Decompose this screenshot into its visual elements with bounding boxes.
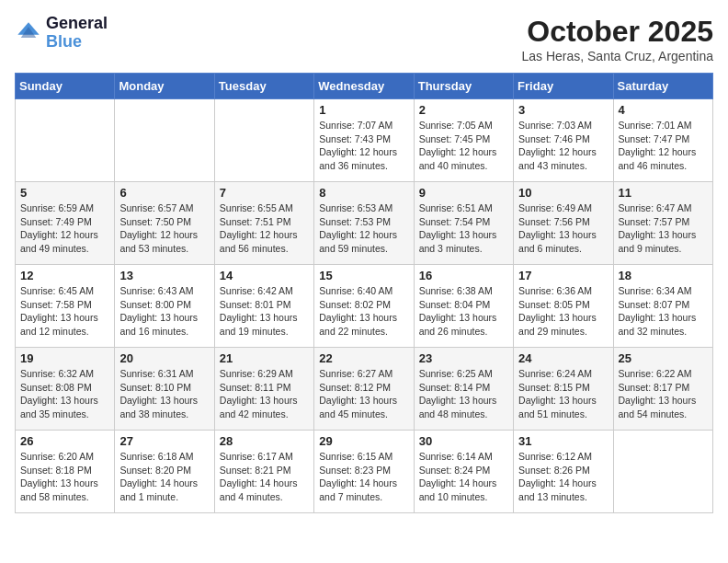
day-number: 12 bbox=[20, 269, 109, 282]
day-number: 13 bbox=[119, 269, 209, 282]
day-number: 29 bbox=[319, 434, 408, 448]
day-number: 8 bbox=[319, 186, 408, 200]
day-info: Sunrise: 7:05 AMSunset: 7:45 PMDaylight:… bbox=[419, 119, 508, 173]
day-number: 15 bbox=[319, 269, 408, 282]
day-info: Sunrise: 6:34 AMSunset: 8:07 PMDaylight:… bbox=[619, 284, 708, 339]
calendar-cell: 7Sunrise: 6:55 AMSunset: 7:51 PMDaylight… bbox=[214, 182, 313, 265]
weekday-header-tuesday: Tuesday bbox=[214, 74, 313, 99]
calendar-cell: 9Sunrise: 6:51 AMSunset: 7:54 PMDaylight… bbox=[414, 182, 513, 265]
calendar-cell: 15Sunrise: 6:40 AMSunset: 8:02 PMDayligh… bbox=[314, 265, 414, 348]
day-number: 3 bbox=[518, 103, 608, 117]
calendar-cell: 3Sunrise: 7:03 AMSunset: 7:46 PMDaylight… bbox=[514, 99, 613, 182]
day-number: 24 bbox=[518, 351, 608, 365]
calendar-cell: 26Sunrise: 6:20 AMSunset: 8:18 PMDayligh… bbox=[16, 431, 115, 513]
calendar-cell: 24Sunrise: 6:24 AMSunset: 8:15 PMDayligh… bbox=[514, 348, 613, 431]
calendar-week-row: 19Sunrise: 6:32 AMSunset: 8:08 PMDayligh… bbox=[16, 348, 713, 431]
calendar-cell: 22Sunrise: 6:27 AMSunset: 8:12 PMDayligh… bbox=[314, 348, 414, 431]
day-info: Sunrise: 7:07 AMSunset: 7:43 PMDaylight:… bbox=[319, 119, 408, 173]
day-info: Sunrise: 6:36 AMSunset: 8:05 PMDaylight:… bbox=[518, 284, 608, 339]
calendar-table: SundayMondayTuesdayWednesdayThursdayFrid… bbox=[15, 73, 713, 513]
calendar-cell: 19Sunrise: 6:32 AMSunset: 8:08 PMDayligh… bbox=[16, 348, 115, 431]
day-info: Sunrise: 6:18 AMSunset: 8:20 PMDaylight:… bbox=[119, 450, 209, 504]
day-info: Sunrise: 6:29 AMSunset: 8:11 PMDaylight:… bbox=[220, 367, 309, 421]
calendar-cell: 14Sunrise: 6:42 AMSunset: 8:01 PMDayligh… bbox=[214, 265, 313, 348]
calendar-cell bbox=[115, 99, 214, 182]
logo-icon bbox=[15, 19, 42, 47]
day-number: 19 bbox=[20, 351, 109, 365]
day-number: 10 bbox=[518, 186, 608, 200]
weekday-header-wednesday: Wednesday bbox=[314, 74, 414, 99]
day-info: Sunrise: 6:47 AMSunset: 7:57 PMDaylight:… bbox=[619, 201, 708, 256]
calendar-cell: 23Sunrise: 6:25 AMSunset: 8:14 PMDayligh… bbox=[414, 348, 513, 431]
day-info: Sunrise: 6:51 AMSunset: 7:54 PMDaylight:… bbox=[419, 201, 508, 256]
calendar-week-row: 1Sunrise: 7:07 AMSunset: 7:43 PMDaylight… bbox=[16, 99, 713, 182]
calendar-cell: 27Sunrise: 6:18 AMSunset: 8:20 PMDayligh… bbox=[115, 431, 214, 513]
day-number: 7 bbox=[220, 186, 309, 200]
day-info: Sunrise: 6:42 AMSunset: 8:01 PMDaylight:… bbox=[220, 284, 309, 339]
calendar-cell: 2Sunrise: 7:05 AMSunset: 7:45 PMDaylight… bbox=[414, 99, 513, 182]
calendar-cell: 16Sunrise: 6:38 AMSunset: 8:04 PMDayligh… bbox=[414, 265, 513, 348]
day-info: Sunrise: 7:03 AMSunset: 7:46 PMDaylight:… bbox=[518, 119, 608, 173]
day-number: 1 bbox=[319, 103, 408, 117]
weekday-header-sunday: Sunday bbox=[16, 74, 115, 99]
day-info: Sunrise: 7:01 AMSunset: 7:47 PMDaylight:… bbox=[619, 119, 708, 173]
calendar-cell bbox=[214, 99, 313, 182]
day-number: 20 bbox=[119, 351, 209, 365]
day-number: 5 bbox=[20, 186, 109, 200]
calendar-cell: 8Sunrise: 6:53 AMSunset: 7:53 PMDaylight… bbox=[314, 182, 414, 265]
calendar-week-row: 26Sunrise: 6:20 AMSunset: 8:18 PMDayligh… bbox=[16, 431, 713, 513]
day-number: 23 bbox=[419, 351, 508, 365]
calendar-cell: 31Sunrise: 6:12 AMSunset: 8:26 PMDayligh… bbox=[514, 431, 613, 513]
calendar-cell: 21Sunrise: 6:29 AMSunset: 8:11 PMDayligh… bbox=[214, 348, 313, 431]
day-number: 2 bbox=[419, 103, 508, 117]
day-number: 16 bbox=[419, 269, 508, 282]
calendar-cell: 30Sunrise: 6:14 AMSunset: 8:24 PMDayligh… bbox=[414, 431, 513, 513]
day-info: Sunrise: 6:20 AMSunset: 8:18 PMDaylight:… bbox=[20, 450, 109, 504]
day-number: 6 bbox=[119, 186, 209, 200]
day-info: Sunrise: 6:43 AMSunset: 8:00 PMDaylight:… bbox=[119, 284, 209, 339]
calendar-cell: 11Sunrise: 6:47 AMSunset: 7:57 PMDayligh… bbox=[613, 182, 712, 265]
day-info: Sunrise: 6:27 AMSunset: 8:12 PMDaylight:… bbox=[319, 367, 408, 421]
day-info: Sunrise: 6:31 AMSunset: 8:10 PMDaylight:… bbox=[119, 367, 209, 421]
location-subtitle: Las Heras, Santa Cruz, Argentina bbox=[521, 49, 713, 63]
day-info: Sunrise: 6:24 AMSunset: 8:15 PMDaylight:… bbox=[518, 367, 608, 421]
day-number: 4 bbox=[619, 103, 708, 117]
day-number: 25 bbox=[619, 351, 708, 365]
calendar-cell: 29Sunrise: 6:15 AMSunset: 8:23 PMDayligh… bbox=[314, 431, 414, 513]
calendar-cell: 10Sunrise: 6:49 AMSunset: 7:56 PMDayligh… bbox=[514, 182, 613, 265]
day-number: 21 bbox=[220, 351, 309, 365]
calendar-cell bbox=[16, 99, 115, 182]
day-number: 9 bbox=[419, 186, 508, 200]
page-header: General Blue October 2025 Las Heras, San… bbox=[15, 15, 713, 63]
day-number: 18 bbox=[619, 269, 708, 282]
day-number: 22 bbox=[319, 351, 408, 365]
day-info: Sunrise: 6:12 AMSunset: 8:26 PMDaylight:… bbox=[518, 450, 608, 504]
day-info: Sunrise: 6:49 AMSunset: 7:56 PMDaylight:… bbox=[518, 201, 608, 256]
calendar-cell: 6Sunrise: 6:57 AMSunset: 7:50 PMDaylight… bbox=[115, 182, 214, 265]
day-info: Sunrise: 6:45 AMSunset: 7:58 PMDaylight:… bbox=[20, 284, 109, 339]
day-info: Sunrise: 6:57 AMSunset: 7:50 PMDaylight:… bbox=[119, 201, 209, 256]
day-info: Sunrise: 6:14 AMSunset: 8:24 PMDaylight:… bbox=[419, 450, 508, 504]
day-number: 31 bbox=[518, 434, 608, 448]
day-info: Sunrise: 6:53 AMSunset: 7:53 PMDaylight:… bbox=[319, 201, 408, 256]
calendar-cell: 18Sunrise: 6:34 AMSunset: 8:07 PMDayligh… bbox=[613, 265, 712, 348]
day-number: 30 bbox=[419, 434, 508, 448]
calendar-cell: 1Sunrise: 7:07 AMSunset: 7:43 PMDaylight… bbox=[314, 99, 414, 182]
day-info: Sunrise: 6:17 AMSunset: 8:21 PMDaylight:… bbox=[220, 450, 309, 504]
month-title: October 2025 bbox=[521, 15, 713, 49]
day-info: Sunrise: 6:38 AMSunset: 8:04 PMDaylight:… bbox=[419, 284, 508, 339]
day-info: Sunrise: 6:22 AMSunset: 8:17 PMDaylight:… bbox=[619, 367, 708, 421]
day-info: Sunrise: 6:25 AMSunset: 8:14 PMDaylight:… bbox=[419, 367, 508, 421]
day-number: 27 bbox=[119, 434, 209, 448]
logo: General Blue bbox=[15, 15, 108, 52]
day-number: 17 bbox=[518, 269, 608, 282]
weekday-header-friday: Friday bbox=[514, 74, 613, 99]
logo-line2: Blue bbox=[46, 33, 108, 52]
weekday-header-monday: Monday bbox=[115, 74, 214, 99]
calendar-cell: 25Sunrise: 6:22 AMSunset: 8:17 PMDayligh… bbox=[613, 348, 712, 431]
day-number: 11 bbox=[619, 186, 708, 200]
calendar-cell: 5Sunrise: 6:59 AMSunset: 7:49 PMDaylight… bbox=[16, 182, 115, 265]
calendar-cell: 4Sunrise: 7:01 AMSunset: 7:47 PMDaylight… bbox=[613, 99, 712, 182]
calendar-week-row: 5Sunrise: 6:59 AMSunset: 7:49 PMDaylight… bbox=[16, 182, 713, 265]
day-info: Sunrise: 6:32 AMSunset: 8:08 PMDaylight:… bbox=[20, 367, 109, 421]
